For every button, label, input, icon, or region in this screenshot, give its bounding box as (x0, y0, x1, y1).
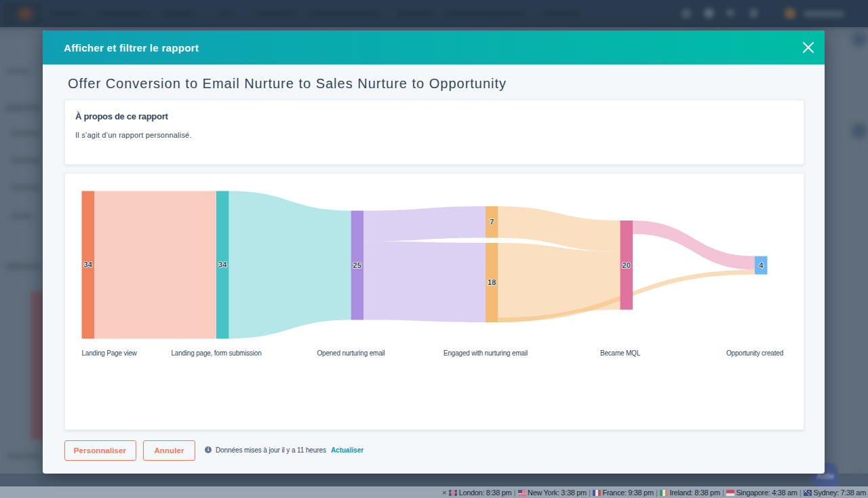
svg-text:25: 25 (353, 261, 361, 269)
svg-text:Engaged with nurturing email: Engaged with nurturing email (443, 349, 528, 356)
svg-text:20: 20 (622, 261, 630, 269)
svg-text:34: 34 (83, 261, 92, 269)
svg-text:Became MQL: Became MQL (599, 349, 640, 356)
svg-text:18: 18 (488, 278, 496, 286)
svg-text:Landing Page view: Landing Page view (81, 349, 137, 356)
svg-text:Opportunity created: Opportunity created (726, 349, 783, 356)
svg-text:Opened nurturing email: Opened nurturing email (317, 349, 384, 356)
svg-text:34: 34 (218, 261, 227, 269)
svg-text:Landing page, form submission: Landing page, form submission (171, 349, 261, 356)
svg-text:7: 7 (490, 218, 494, 226)
svg-text:4: 4 (759, 261, 764, 269)
